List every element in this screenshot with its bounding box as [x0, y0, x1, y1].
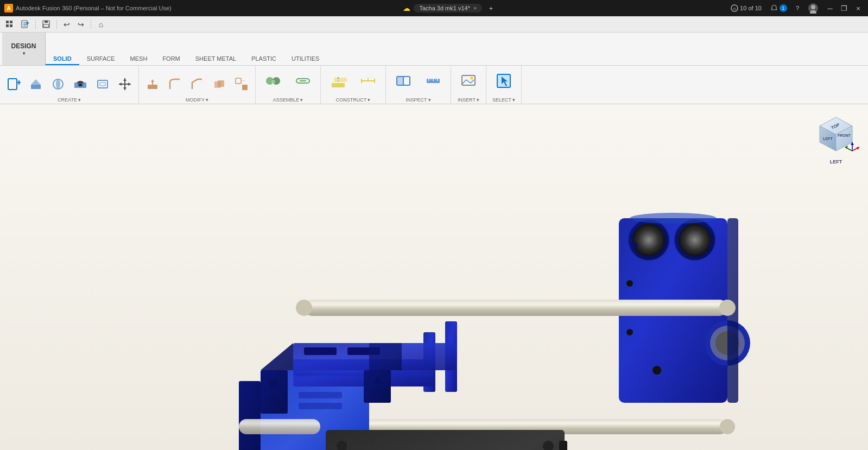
- home-button[interactable]: ⌂: [95, 18, 107, 30]
- model-svg: [0, 104, 868, 450]
- svg-rect-61: [397, 77, 403, 85]
- svg-marker-141: [261, 343, 293, 370]
- new-component-button[interactable]: [3, 73, 24, 96]
- extrude-button[interactable]: [26, 73, 46, 96]
- svg-rect-103: [304, 300, 727, 316]
- svg-point-101: [632, 243, 638, 248]
- modify-label: MODIFY ▾: [186, 97, 208, 104]
- version-indicator[interactable]: ⟲ 10 of 10: [728, 3, 764, 13]
- new-component-icon: [7, 77, 21, 93]
- design-dropdown-button[interactable]: DESIGN ▾: [2, 33, 46, 65]
- insert-icons: [454, 68, 483, 96]
- scale-icon: [235, 77, 249, 93]
- title-bar-center: ☁ Tacha 3d mk1 v14* × +: [172, 3, 728, 14]
- offset-plane-button[interactable]: [324, 68, 352, 96]
- combine-button[interactable]: [209, 73, 230, 96]
- fillet-button[interactable]: [164, 73, 185, 96]
- chamfer-icon: [190, 77, 204, 93]
- insert-label: INSERT ▾: [458, 97, 479, 104]
- measure-inspect-button[interactable]: [419, 68, 447, 96]
- notification-bell[interactable]: 1: [768, 3, 790, 13]
- svg-rect-31: [100, 83, 105, 86]
- svg-line-71: [471, 80, 474, 83]
- revolve-button[interactable]: [48, 73, 68, 96]
- assemble-icons: ⚙: [259, 68, 317, 96]
- redo-button[interactable]: ↪: [75, 18, 87, 30]
- construct-icons: [324, 68, 382, 96]
- push-pull-icon: [145, 77, 160, 93]
- svg-rect-19: [43, 24, 49, 27]
- hole-icon: [73, 77, 87, 93]
- close-button[interactable]: ×: [853, 3, 864, 14]
- maximize-button[interactable]: ❐: [839, 3, 850, 14]
- svg-text:⟲: ⟲: [733, 7, 736, 11]
- svg-point-72: [471, 77, 473, 79]
- separator2: [56, 20, 57, 29]
- extrude-icon: [29, 77, 43, 93]
- section-analysis-button[interactable]: [389, 68, 417, 96]
- svg-rect-8: [10, 21, 12, 23]
- svg-rect-43: [236, 78, 241, 84]
- document-tab[interactable]: Tacha 3d mk1 v14* ×: [414, 4, 482, 12]
- toolbar-area: ↩ ↪ ⌂ DESIGN ▾ SOLID SURFACE MESH FORM S…: [0, 16, 868, 104]
- svg-marker-36: [119, 83, 122, 86]
- hole-button[interactable]: [70, 73, 91, 96]
- tab-form[interactable]: FORM: [155, 53, 187, 65]
- tab-sheet-metal[interactable]: SHEET METAL: [188, 53, 244, 65]
- create-group: CREATE ▾: [0, 66, 139, 104]
- chamfer-button[interactable]: [187, 73, 207, 96]
- tab-solid[interactable]: SOLID: [46, 53, 79, 65]
- tab-mesh[interactable]: MESH: [123, 53, 155, 65]
- save-button[interactable]: [40, 18, 53, 30]
- tab-utilities[interactable]: UTILITIES: [284, 53, 327, 65]
- svg-marker-142: [369, 343, 402, 370]
- 3d-viewport[interactable]: TOP LEFT FRONT LEFT: [0, 104, 868, 450]
- ruler-icon: [425, 72, 442, 92]
- select-button[interactable]: [490, 68, 518, 96]
- add-tab-button[interactable]: +: [485, 3, 496, 14]
- svg-marker-34: [123, 78, 126, 81]
- tab-surface[interactable]: SURFACE: [79, 53, 123, 65]
- svg-point-29: [78, 84, 83, 86]
- minimize-button[interactable]: ─: [825, 3, 835, 14]
- move-button[interactable]: [115, 73, 135, 96]
- svg-text:⚙: ⚙: [271, 79, 275, 84]
- design-arrow: ▾: [23, 51, 25, 56]
- measure-icon: [359, 72, 377, 92]
- measure-button[interactable]: [354, 68, 382, 96]
- modify-group: MODIFY ▾: [139, 66, 256, 104]
- motion-link-button[interactable]: [289, 68, 317, 96]
- svg-rect-124: [326, 430, 565, 450]
- svg-point-121: [374, 391, 381, 398]
- apps-grid-button[interactable]: [3, 18, 16, 30]
- revolve-icon: [51, 77, 65, 93]
- joint-button[interactable]: ⚙: [259, 68, 287, 96]
- svg-rect-9: [6, 24, 9, 27]
- move-icon: [118, 77, 132, 93]
- shell-icon: [96, 77, 110, 93]
- scale-button[interactable]: [231, 73, 252, 96]
- undo-button[interactable]: ↩: [61, 18, 73, 30]
- inspect-label: INSPECT ▾: [406, 97, 430, 104]
- user-avatar[interactable]: [805, 2, 821, 15]
- insert-image-icon: [460, 72, 477, 92]
- svg-point-119: [270, 396, 278, 404]
- svg-point-118: [270, 379, 278, 388]
- svg-rect-51: [332, 83, 345, 87]
- insert-image-button[interactable]: [454, 68, 483, 96]
- push-pull-button[interactable]: [142, 73, 163, 96]
- construct-group: CONSTRUCT ▾: [321, 66, 386, 104]
- svg-line-70: [466, 80, 471, 83]
- shell-button[interactable]: [92, 73, 113, 96]
- svg-marker-37: [128, 83, 131, 86]
- inspect-icons: [389, 68, 447, 96]
- cloud-icon: ☁: [403, 4, 410, 12]
- tab-close-icon[interactable]: ×: [473, 5, 477, 11]
- tab-plastic[interactable]: PLASTIC: [244, 53, 284, 65]
- title-bar: A Autodesk Fusion 360 (Personal – Not fo…: [0, 0, 868, 16]
- notification-count: 1: [780, 4, 787, 12]
- svg-rect-110: [239, 381, 261, 450]
- new-button[interactable]: [18, 18, 31, 30]
- help-button[interactable]: ?: [793, 4, 802, 12]
- joint-icon: ⚙: [264, 72, 282, 92]
